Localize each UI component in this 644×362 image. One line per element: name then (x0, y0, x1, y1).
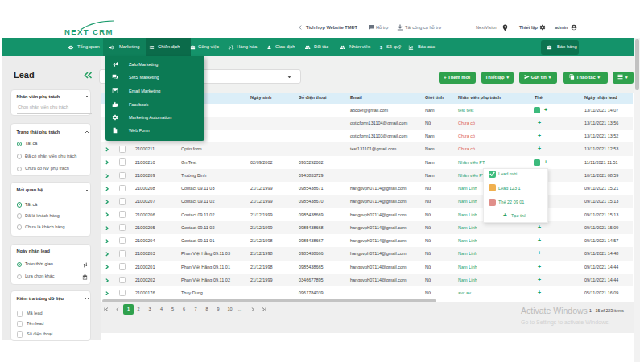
svg-text:$: $ (380, 45, 382, 50)
svg-text:NEXT CRM: NEXT CRM (64, 27, 114, 36)
